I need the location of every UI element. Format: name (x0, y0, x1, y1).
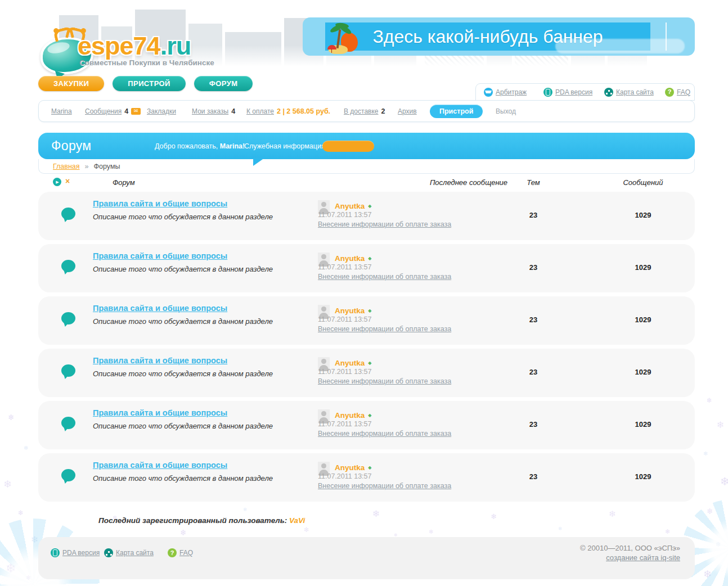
forum-header-bar: Форум Добро пожаловать, Marina! Служебна… (38, 133, 695, 159)
messages-count: 1029 (618, 315, 668, 324)
speech-bubble-icon (61, 260, 75, 272)
logo-suffix-text: .ru (160, 31, 191, 60)
envelope-icon[interactable]: ✉ (131, 108, 141, 115)
last-post-date: 11.07.2011 13:57 (318, 368, 371, 376)
site-credit-link[interactable]: создание сайта iq-site (606, 553, 680, 562)
to-pay-link[interactable]: К оплате (246, 107, 274, 115)
pda-version-link[interactable]: PDA версия (555, 88, 592, 96)
last-post-topic-link[interactable]: Внесение информации об оплате заказа (318, 430, 451, 438)
forum-bar-tail (253, 158, 264, 166)
last-post-topic-link[interactable]: Внесение информации об оплате заказа (318, 273, 451, 281)
pristroy-button[interactable]: Пристрой (430, 105, 483, 118)
snowflake-icon: ❄ (609, 510, 616, 518)
my-orders-link[interactable]: Мои заказы (192, 107, 228, 115)
ad-banner[interactable]: Здесь какой-нибудь баннер (303, 17, 695, 56)
forum-row: Правила сайта и общие вопросы Описание т… (38, 296, 695, 345)
topics-count: 23 (511, 420, 556, 429)
expand-all-icon[interactable]: ▶ (53, 178, 61, 186)
ad-banner-inner: Здесь какой-нибудь баннер (325, 22, 650, 51)
last-post-topic-link[interactable]: Внесение информации об оплате заказа (318, 482, 451, 490)
online-status-icon: ◆ (368, 413, 371, 418)
last-post-topic-link[interactable]: Внесение информации об оплате заказа (318, 377, 451, 385)
breadcrumb-home-link[interactable]: Главная (53, 163, 80, 170)
snowflake-icon: ❄ (429, 529, 433, 535)
last-post-topic-link[interactable]: Внесение информации об оплате заказа (318, 325, 451, 333)
footer-faq-link[interactable]: FAQ (179, 549, 193, 557)
snowflake-icon: ❄ (24, 445, 28, 451)
collapse-all-icon[interactable]: × (65, 177, 70, 186)
author-link[interactable]: Anyutka (335, 411, 365, 420)
snowflake-icon: ❄ (720, 476, 728, 487)
arbitrage-link[interactable]: Арбитраж (496, 88, 527, 96)
snowflake-icon: ❄ (8, 413, 15, 421)
nav-button-zakupki[interactable]: ЗАКУПКИ (38, 76, 104, 91)
last-registered-label: Последний зарегистрированный пользовател… (98, 516, 287, 525)
arbitrage-icon (484, 88, 493, 97)
last-post-author: Anyutka ◆ (335, 254, 371, 263)
forum-description: Описание того что обсуждается в данном р… (93, 474, 273, 483)
online-status-icon: ◆ (368, 465, 371, 470)
column-header-messages: Сообщений (618, 178, 668, 187)
forum-title-link[interactable]: Правила сайта и общие вопросы (93, 199, 227, 208)
breadcrumb: Главная » Форумы (38, 159, 695, 174)
welcome-username: Marina! (220, 142, 245, 150)
speech-bubble-icon (61, 312, 75, 324)
footer: PDA версия Карта сайта ? FAQ © 20010—201… (38, 537, 695, 579)
logout-link[interactable]: Выход (496, 107, 516, 115)
online-status-icon: ◆ (368, 204, 371, 209)
last-post-date: 11.07.2011 13:57 (318, 472, 371, 480)
copyright: © 20010—2011, ООО «эСПэ» создание сайта … (580, 543, 680, 562)
forum-description: Описание того что обсуждается в данном р… (93, 213, 273, 221)
footer-sitemap-link[interactable]: Карта сайта (116, 549, 154, 557)
messages-count: 1029 (618, 263, 668, 272)
last-post-topic-link[interactable]: Внесение информации об оплате заказа (318, 220, 451, 228)
last-post-date: 11.07.2011 13:57 (318, 263, 371, 271)
forum-title-link[interactable]: Правила сайта и общие вопросы (93, 356, 227, 365)
pda-icon (51, 548, 60, 557)
author-link[interactable]: Anyutka (335, 463, 365, 472)
bookmarks-link[interactable]: Закладки (147, 107, 176, 115)
sitemap-link[interactable]: Карта сайта (616, 88, 654, 96)
in-delivery-link[interactable]: В доставке (344, 107, 378, 115)
breadcrumb-separator: » (85, 163, 89, 170)
header-action-button[interactable] (322, 141, 374, 152)
speech-bubble-icon (61, 417, 75, 429)
sitemap-icon (604, 88, 613, 97)
nav-button-forum[interactable]: ФОРУМ (194, 76, 253, 91)
author-link[interactable]: Anyutka (335, 359, 365, 367)
archive-link[interactable]: Архив (398, 107, 417, 115)
site-logo[interactable]: espe74.ru (78, 31, 191, 61)
site-tagline: Совместные Покупки в Челябинске (79, 58, 214, 67)
snowflake-icon: ❄ (3, 479, 12, 489)
topics-count: 23 (511, 315, 556, 324)
online-status-icon: ◆ (368, 256, 371, 261)
snowflake-icon: ❄ (703, 451, 708, 457)
author-link[interactable]: Anyutka (335, 254, 365, 263)
messages-count: 1029 (618, 472, 668, 481)
last-post-author: Anyutka ◆ (335, 306, 371, 315)
author-link[interactable]: Anyutka (335, 202, 365, 210)
forum-row: Правила сайта и общие вопросы Описание т… (38, 244, 695, 292)
column-header-topics: Тем (511, 178, 556, 187)
messages-count: 1029 (618, 420, 668, 429)
nav-button-pristroy[interactable]: ПРИСТРОЙ (113, 76, 186, 91)
last-registered-username-link[interactable]: VaVi (289, 516, 305, 525)
forum-title-link[interactable]: Правила сайта и общие вопросы (93, 251, 227, 260)
username-link[interactable]: Marina (51, 107, 72, 115)
forum-row: Правила сайта и общие вопросы Описание т… (38, 453, 695, 502)
author-link[interactable]: Anyutka (335, 306, 365, 315)
service-info-link[interactable]: Служебная информация (244, 142, 325, 150)
forum-title-link[interactable]: Правила сайта и общие вопросы (93, 408, 227, 417)
forum-title-link[interactable]: Правила сайта и общие вопросы (93, 461, 227, 470)
faq-link[interactable]: FAQ (677, 88, 690, 96)
forum-title-link[interactable]: Правила сайта и общие вопросы (93, 304, 227, 313)
user-navigation-bar: Marina Сообщения 4 ✉ Закладки Мои заказы… (38, 100, 695, 122)
snowflake-icon: ❄ (707, 397, 712, 404)
forum-description: Описание того что обсуждается в данном р… (93, 265, 273, 273)
messages-link[interactable]: Сообщения (85, 107, 122, 115)
copyright-text: © 20010—2011, ООО «эСПэ» (580, 543, 680, 553)
snowflake-icon: ❄ (491, 513, 497, 520)
forum-table-header: ▶ × Форум Последнее сообщение Тем Сообще… (38, 175, 695, 191)
footer-pda-link[interactable]: PDA версия (62, 549, 100, 557)
last-registered-user: Последний зарегистрированный пользовател… (98, 516, 305, 525)
